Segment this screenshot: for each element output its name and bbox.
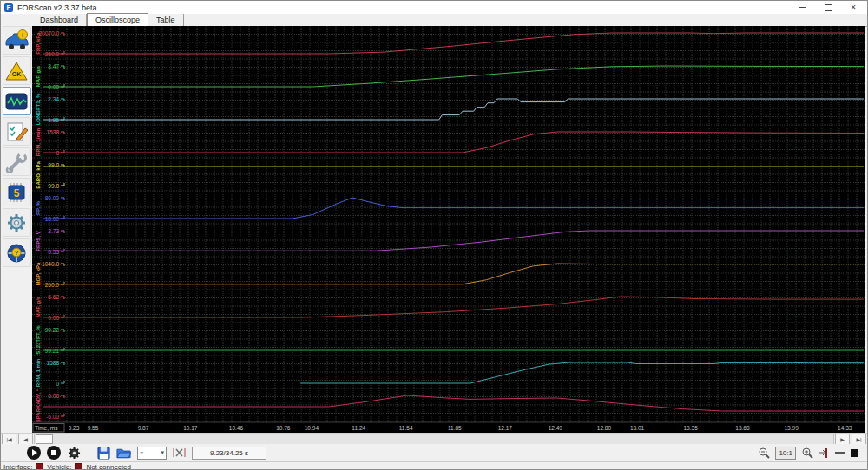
forscan-window: F FORScan v2.3.37 beta ✕ Dashboard Oscil… bbox=[0, 0, 868, 470]
wrench-icon bbox=[5, 152, 28, 173]
time-tick-15: 13.68 bbox=[735, 425, 750, 431]
channel-name-7: MGP, kPa bbox=[36, 262, 41, 286]
vehicle-status-led bbox=[75, 463, 82, 470]
tab-table[interactable]: Table bbox=[148, 14, 184, 26]
sidebar-item-settings[interactable] bbox=[3, 208, 31, 237]
channel-6-min-tick: 0.55 bbox=[48, 249, 59, 255]
sidebar-item-tests[interactable] bbox=[3, 117, 31, 146]
channel-name-2: LONGFT1, % bbox=[36, 93, 41, 125]
scroll-right-button[interactable]: ▶ bbox=[835, 434, 850, 445]
sidebar-item-configuration[interactable]: 5 bbox=[3, 178, 31, 206]
svg-text:i: i bbox=[22, 31, 23, 39]
cut-selection-button[interactable] bbox=[173, 447, 186, 459]
play-icon bbox=[32, 449, 37, 456]
time-tick-3: 10.17 bbox=[183, 425, 198, 431]
channel-10-max-tick: 1588 bbox=[47, 360, 60, 366]
gear-icon bbox=[5, 212, 28, 233]
channel-9-max-tick: 99.22 bbox=[45, 327, 60, 333]
scroll-thumb[interactable] bbox=[36, 434, 53, 444]
channel-name-5: PP, % bbox=[36, 200, 41, 215]
time-tick-17: 14.33 bbox=[838, 425, 852, 431]
timeline-scrollbar: |◀ ◀ ▶ ▶| bbox=[1, 433, 867, 444]
sidebar-item-about[interactable]: ? bbox=[3, 238, 31, 267]
sidebar: i OK bbox=[1, 14, 32, 433]
fill-style-button[interactable] bbox=[851, 449, 858, 457]
save-button[interactable] bbox=[97, 447, 110, 460]
time-tick-2: 9.87 bbox=[138, 425, 149, 431]
title-bar: F FORScan v2.3.37 beta ✕ bbox=[1, 1, 867, 14]
time-tick-13: 13.01 bbox=[630, 425, 645, 431]
steering-help-icon: ? bbox=[5, 243, 28, 264]
channel-1-max-tick: 3.47 bbox=[48, 63, 59, 69]
scroll-left-button[interactable]: ◀ bbox=[18, 434, 33, 445]
scroll-track[interactable] bbox=[34, 434, 834, 445]
svg-text:OK: OK bbox=[12, 71, 22, 77]
time-tick-9: 11.85 bbox=[448, 425, 462, 431]
forscan-app-icon: F bbox=[4, 3, 13, 12]
zoom-in-button[interactable] bbox=[801, 447, 813, 459]
time-tick-0: 9.23 bbox=[69, 425, 80, 431]
connection-status-text: Not connected bbox=[86, 463, 131, 470]
oscilloscope-plot[interactable]: FRP, kPa20070.0260.0MAF, g/s3.470.00LONG… bbox=[32, 26, 865, 433]
close-button[interactable]: ✕ bbox=[848, 3, 858, 12]
channel-name-3: RPM, 1/min bbox=[36, 127, 41, 156]
channel-name-9: S123TPT, % bbox=[36, 325, 41, 355]
car-icon: i bbox=[4, 29, 29, 52]
time-tick-8: 11.54 bbox=[399, 425, 413, 431]
time-tick-7: 11.24 bbox=[352, 425, 365, 431]
vehicle-label: Vehicle: bbox=[47, 463, 71, 470]
scroll-home-button[interactable]: |◀ bbox=[2, 434, 16, 445]
zoom-out-button[interactable] bbox=[758, 447, 770, 459]
status-bar: Interface: Vehicle: Not connected bbox=[1, 461, 867, 470]
channel-11-max-tick: 6.00 bbox=[48, 393, 59, 399]
scroll-end-button[interactable]: ▶| bbox=[852, 434, 866, 445]
time-tick-14: 13.35 bbox=[684, 425, 699, 431]
channel-11-min-tick: -6.00 bbox=[46, 414, 59, 420]
minimize-button[interactable] bbox=[798, 3, 808, 12]
marker-mode-button[interactable] bbox=[819, 447, 830, 459]
maximize-button[interactable] bbox=[823, 3, 833, 12]
svg-text:5: 5 bbox=[14, 187, 20, 199]
channel-6-max-tick: 2.73 bbox=[48, 228, 59, 234]
line-style-button[interactable] bbox=[835, 452, 845, 454]
record-settings-button[interactable] bbox=[67, 446, 82, 460]
channel-name-8: MAF, g/s bbox=[36, 296, 41, 317]
stop-icon bbox=[51, 450, 56, 455]
frame-icon: ≡ bbox=[140, 450, 143, 456]
frame-selector-dropdown[interactable]: ≡ ▾ bbox=[137, 447, 167, 460]
svg-text:?: ? bbox=[15, 249, 19, 257]
time-position-display: 9.23/34.25 s bbox=[192, 447, 266, 460]
sidebar-item-service[interactable] bbox=[3, 147, 31, 176]
window-title: FORScan v2.3.37 beta bbox=[17, 3, 97, 12]
zoom-ratio-button[interactable]: 10:1 bbox=[775, 447, 796, 460]
checklist-icon bbox=[5, 121, 28, 142]
interface-label: Interface: bbox=[3, 463, 32, 470]
tab-dashboard[interactable]: Dashboard bbox=[32, 14, 87, 26]
tab-oscilloscope[interactable]: Oscilloscope bbox=[87, 13, 148, 27]
time-tick-16: 13.99 bbox=[784, 425, 799, 431]
channel-name-6: FRPS, V bbox=[36, 231, 41, 251]
time-tick-12: 12.80 bbox=[597, 425, 612, 431]
sidebar-item-selftest[interactable]: OK bbox=[3, 56, 31, 85]
channel-name-11: SPARKADV, ° bbox=[36, 388, 41, 422]
sidebar-item-oscilloscope[interactable] bbox=[3, 87, 31, 115]
channel-5-max-tick: 80.00 bbox=[45, 195, 60, 201]
play-button[interactable] bbox=[27, 446, 41, 460]
oscilloscope-icon bbox=[5, 91, 28, 112]
time-tick-6: 10.94 bbox=[305, 425, 319, 431]
channel-4-min-tick: 99.0 bbox=[48, 183, 59, 189]
channel-name-1: MAF, g/s bbox=[36, 65, 41, 87]
channel-3-max-tick: 1538 bbox=[47, 129, 60, 135]
sidebar-item-vehicle[interactable]: i bbox=[3, 26, 31, 55]
chip-icon: 5 bbox=[5, 182, 28, 203]
channel-10-min-tick: 0 bbox=[56, 381, 59, 387]
time-tick-4: 10.46 bbox=[229, 425, 244, 431]
channel-8-max-tick: 5.62 bbox=[48, 294, 59, 300]
time-tick-1: 9.55 bbox=[88, 425, 99, 431]
channel-0-max-tick: 20070.0 bbox=[39, 30, 60, 36]
stop-button[interactable] bbox=[47, 446, 61, 460]
warning-ok-icon: OK bbox=[5, 61, 28, 82]
time-axis-label: Time, ms bbox=[35, 425, 58, 431]
time-tick-10: 12.17 bbox=[498, 425, 513, 431]
open-file-button[interactable] bbox=[116, 447, 131, 459]
